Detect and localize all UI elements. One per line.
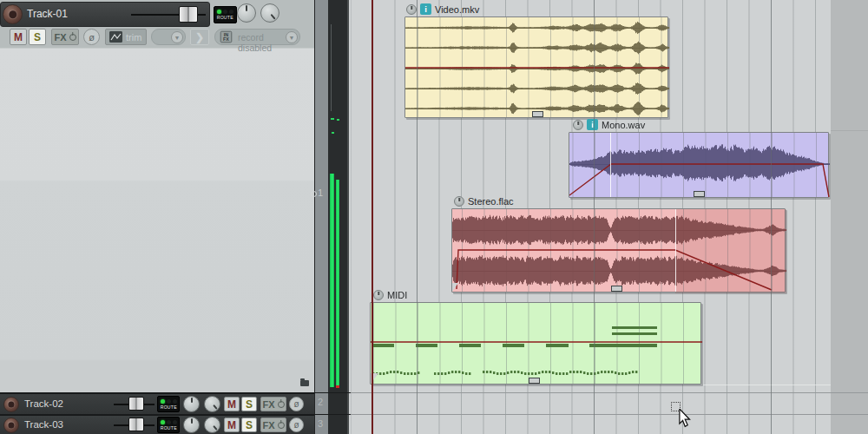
track-number-column: 1 2 3 xyxy=(314,0,328,434)
mouse-cursor xyxy=(678,409,692,428)
item-height-handle[interactable] xyxy=(532,111,543,117)
fx-power-icon[interactable] xyxy=(69,34,76,41)
solo-button[interactable]: S xyxy=(241,418,257,432)
fx-button[interactable]: FX xyxy=(51,29,79,45)
item-waveform xyxy=(452,209,786,293)
mute-button[interactable]: M xyxy=(224,397,240,411)
pan-knob[interactable] xyxy=(183,417,200,433)
fx-power-icon[interactable] xyxy=(278,422,285,429)
width-knob[interactable] xyxy=(204,417,220,433)
lane-divider xyxy=(703,385,831,385)
phase-button[interactable]: ø xyxy=(289,397,304,411)
track-divider[interactable] xyxy=(0,392,351,393)
mute-button[interactable]: M xyxy=(10,29,27,45)
media-item-midi[interactable] xyxy=(370,302,701,385)
record-arm-button[interactable] xyxy=(3,4,23,24)
width-knob[interactable] xyxy=(260,3,279,23)
item-knob-icon[interactable] xyxy=(373,290,384,300)
solo-button[interactable]: S xyxy=(29,29,46,45)
item-waveform xyxy=(405,17,669,119)
meter-bar-right xyxy=(336,180,339,387)
track-divider[interactable] xyxy=(0,414,351,415)
grid-major-line xyxy=(417,0,418,434)
track-name[interactable]: Track-02 xyxy=(24,398,63,409)
folder-icon[interactable] xyxy=(300,380,309,386)
media-item-stereo-flac[interactable] xyxy=(451,208,786,293)
route-button[interactable]: ROUTE xyxy=(157,417,180,433)
loop-boundary-line xyxy=(610,133,611,197)
chevron-down-icon[interactable]: ▼ xyxy=(171,31,183,43)
track-row-divider xyxy=(351,414,868,415)
item-label[interactable]: Stereo.flac xyxy=(468,196,514,207)
meter-peak-tick xyxy=(332,132,334,134)
item-height-handle[interactable] xyxy=(694,191,705,197)
fx-button[interactable]: FX xyxy=(260,397,286,411)
record-input-button[interactable]: INFX record disabled ▼ xyxy=(214,29,300,45)
volume-fader-handle[interactable] xyxy=(179,6,198,23)
meter-peak-tick xyxy=(337,119,339,121)
item-header: Stereo.flac xyxy=(454,194,514,207)
record-arm-button[interactable] xyxy=(3,418,19,433)
route-leds xyxy=(217,10,233,14)
track-number: 2 xyxy=(318,397,323,407)
param-dropdown-disabled[interactable]: ▼ xyxy=(151,29,186,45)
phase-button[interactable]: ø xyxy=(83,29,100,45)
record-arm-button[interactable] xyxy=(3,397,19,412)
pan-knob[interactable] xyxy=(183,396,200,412)
loop-boundary-line xyxy=(675,209,676,292)
pan-knob[interactable] xyxy=(237,3,256,23)
route-button[interactable]: ROUTE xyxy=(157,396,180,412)
track1-name-panel: Track-01 xyxy=(0,2,210,27)
meter-clip-indicator[interactable] xyxy=(336,385,339,388)
fx-button[interactable]: FX xyxy=(260,418,286,432)
item-label[interactable]: Video.mkv xyxy=(435,4,479,15)
phase-button[interactable]: ø xyxy=(289,418,304,432)
track-panel-3[interactable]: Track-03 ROUTE M S FX ø xyxy=(0,415,314,434)
track-name[interactable]: Track-03 xyxy=(24,419,63,430)
volume-fader-handle[interactable] xyxy=(128,418,144,431)
input-fx-icon[interactable]: INFX xyxy=(220,31,233,43)
solo-button[interactable]: S xyxy=(241,397,257,411)
beyond-project-region xyxy=(831,0,868,434)
mute-button[interactable]: M xyxy=(224,418,240,432)
arrange-view[interactable]: iVideo.mkviMono.wavStereo.flacMIDI xyxy=(351,0,868,434)
patch-button-disabled[interactable]: ❯ xyxy=(190,29,209,45)
item-label[interactable]: Mono.wav xyxy=(602,120,645,130)
item-knob-icon[interactable] xyxy=(406,4,417,15)
fx-label: FX xyxy=(54,32,66,43)
reaper-arrange-window: Track-01 ROUTE M S FX ø xyxy=(0,0,868,434)
info-badge-icon[interactable]: i xyxy=(420,3,431,15)
item-header: iMono.wav xyxy=(573,118,645,131)
track-panel-1[interactable]: Track-01 ROUTE M S FX ø xyxy=(0,0,314,393)
item-knob-icon[interactable] xyxy=(573,120,583,130)
item-waveform xyxy=(371,303,702,385)
width-knob[interactable] xyxy=(204,396,220,412)
track-meter-strip xyxy=(328,0,349,434)
route-button[interactable]: ROUTE xyxy=(214,6,237,23)
media-item-video-mkv[interactable] xyxy=(404,16,668,118)
volume-fader-handle[interactable] xyxy=(128,397,144,411)
envelope-icon xyxy=(109,31,122,43)
fade-in-notch[interactable] xyxy=(452,283,458,292)
fx-power-icon[interactable] xyxy=(278,401,285,408)
track-control-panel: Track-01 ROUTE M S FX ø xyxy=(0,0,314,434)
track-name[interactable]: Track-01 xyxy=(27,8,68,20)
track-panel-2[interactable]: Track-02 ROUTE M S FX ø xyxy=(0,393,314,414)
trim-label: trim xyxy=(126,32,141,43)
info-badge-icon[interactable]: i xyxy=(587,119,598,130)
track-number: 1 xyxy=(318,187,323,198)
item-header: MIDI xyxy=(373,288,407,301)
media-item-mono-wav[interactable] xyxy=(569,132,829,198)
edit-cursor[interactable] xyxy=(372,0,373,434)
envelope-trim-button[interactable]: trim xyxy=(105,29,147,45)
item-label[interactable]: MIDI xyxy=(387,290,407,300)
meter-peak-line xyxy=(331,24,332,111)
item-height-handle[interactable] xyxy=(529,378,540,384)
item-height-handle[interactable] xyxy=(611,286,622,292)
track-row-divider xyxy=(351,392,868,393)
grid-major-line xyxy=(771,0,772,434)
item-knob-icon[interactable] xyxy=(454,196,464,207)
meter-bar-left xyxy=(330,174,334,387)
track-grip-icon[interactable] xyxy=(311,191,317,197)
chevron-down-icon[interactable]: ▼ xyxy=(286,31,298,43)
